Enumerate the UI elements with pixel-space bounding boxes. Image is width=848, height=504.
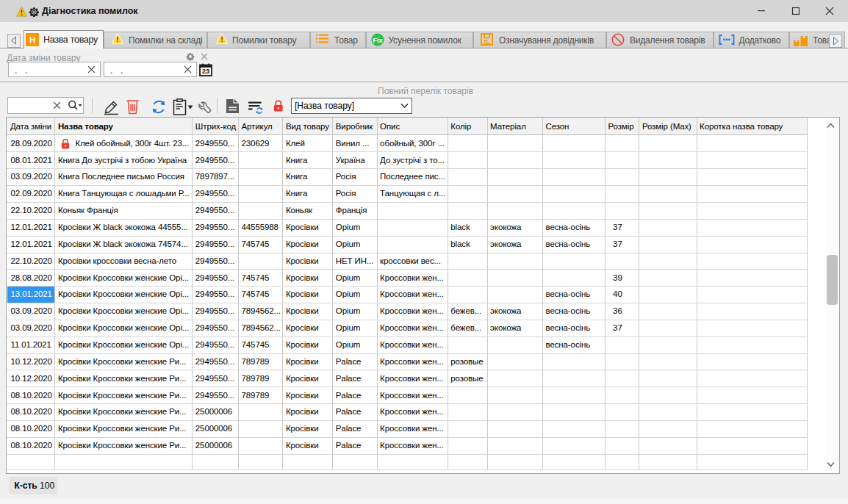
svg-text:H: H — [29, 35, 35, 45]
svg-text:Fix: Fix — [373, 35, 383, 43]
svg-text:23: 23 — [202, 68, 209, 75]
